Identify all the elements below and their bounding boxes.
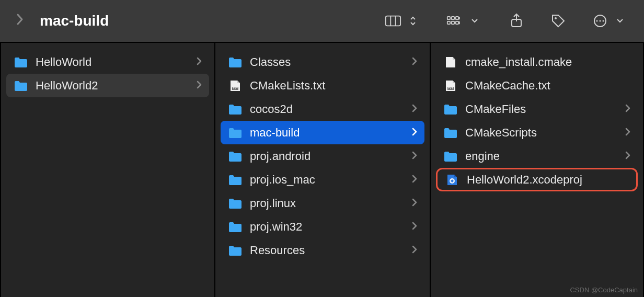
chevron-down-icon [466,14,483,28]
svg-rect-7 [452,17,454,19]
column-2: cmake_install.cmakeCMakeCache.txtCMakeFi… [431,43,644,297]
columns-container: HelloWorldHelloWorld2 ClassesCMakeLists.… [0,43,644,297]
chevron-right-icon [412,175,417,185]
item-label: mac-build [250,126,405,140]
more-actions-group[interactable] [592,14,628,28]
chevron-right-icon [412,151,417,162]
item-label: CMakeLists.txt [250,79,417,93]
columns-view-icon [385,14,401,28]
file-icon [443,56,458,68]
folder-icon [443,127,458,139]
folder-icon [228,244,243,257]
folder-icon [228,197,243,210]
list-item[interactable]: CMakeCache.txt [436,74,638,97]
list-item[interactable]: cocos2d [221,97,424,121]
txtfile-icon [228,79,243,92]
chevron-right-icon [625,128,630,138]
more-icon [592,14,608,28]
toolbar-right [385,14,628,28]
column-0: HelloWorldHelloWorld2 [0,43,215,297]
svg-point-18 [600,20,601,22]
column-1: ClassesCMakeLists.txtcocos2dmac-buildpro… [215,43,431,297]
folder-icon [443,103,458,116]
chevron-right-icon [412,222,417,232]
tag-icon[interactable] [550,14,567,28]
item-label: Classes [250,55,405,69]
watermark: CSDN @CodeCaptain [570,286,638,294]
item-label: cocos2d [250,102,405,116]
chevron-right-icon [412,245,417,256]
toolbar: mac-build [0,0,644,43]
svg-rect-6 [447,17,450,19]
list-item[interactable]: HelloWorld2.xcodeproj [436,168,638,191]
chevron-right-icon [412,104,417,115]
txtfile-icon [443,79,458,92]
path-title: mac-build [40,13,109,29]
item-label: HelloWorld2.xcodeproj [467,173,629,187]
list-item[interactable]: mac-build [221,121,424,144]
chevron-right-icon [412,128,417,138]
folder-icon [228,221,243,233]
svg-rect-8 [456,17,458,19]
list-item[interactable]: HelloWorld2 [6,74,209,97]
toolbar-left: mac-build [16,13,385,30]
list-item[interactable]: proj.linux [221,191,424,215]
path-chevron-icon[interactable] [16,13,24,30]
chevron-right-icon [625,151,630,162]
folder-icon [443,150,458,163]
chevron-down-icon [612,14,628,28]
item-label: proj.linux [250,197,405,210]
item-label: HelloWorld2 [36,79,189,93]
folder-icon [228,127,243,139]
list-item[interactable]: cmake_install.cmake [436,50,638,74]
chevron-right-icon [625,104,630,115]
item-label: proj.ios_mac [250,173,405,187]
item-label: CMakeFiles [465,102,618,116]
folder-icon [228,56,243,68]
view-toggle-group[interactable] [385,14,421,28]
list-item[interactable]: Classes [221,50,424,74]
svg-rect-11 [452,21,454,24]
list-item[interactable]: CMakeScripts [436,121,638,144]
list-item[interactable]: Resources [221,238,424,262]
item-label: engine [465,150,618,163]
view-selector-icon [405,14,421,28]
chevron-right-icon [412,198,417,209]
list-item[interactable]: CMakeLists.txt [221,74,424,97]
chevron-right-icon [197,81,202,91]
chevron-right-icon [412,57,417,67]
folder-icon [14,56,28,68]
item-label: HelloWorld [36,55,189,69]
svg-point-15 [555,17,557,19]
item-label: proj.win32 [250,220,405,234]
list-item[interactable]: CMakeFiles [436,97,638,121]
xcodeproj-icon [445,174,459,186]
svg-rect-12 [456,21,458,24]
list-item[interactable]: proj.android [221,144,424,168]
share-icon[interactable] [508,14,525,28]
list-item[interactable]: proj.ios_mac [221,168,424,191]
list-item[interactable]: HelloWorld [6,50,209,74]
svg-rect-3 [386,16,400,26]
item-label: CMakeCache.txt [465,79,630,93]
list-item[interactable]: engine [436,144,638,168]
list-item[interactable]: proj.win32 [221,215,424,238]
svg-point-17 [596,20,598,22]
group-icon [446,14,463,28]
item-label: proj.android [250,150,405,163]
folder-icon [228,174,243,186]
folder-icon [14,79,28,92]
item-label: Resources [250,244,405,257]
svg-rect-10 [447,21,450,24]
folder-icon [228,150,243,163]
item-label: CMakeScripts [465,126,618,140]
folder-icon [228,103,243,116]
item-label: cmake_install.cmake [465,55,630,69]
chevron-right-icon [197,57,202,67]
svg-point-19 [603,20,604,22]
group-toggle-group[interactable] [446,14,483,28]
